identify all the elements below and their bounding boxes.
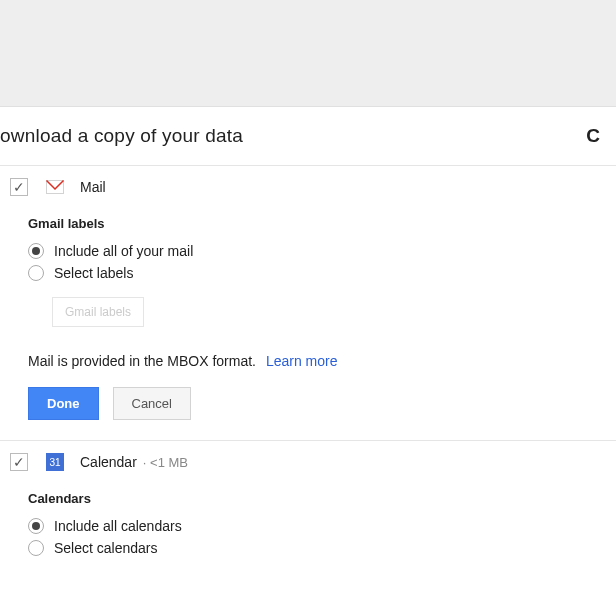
checkbox-mail[interactable]: ✓ [10, 178, 28, 196]
calendar-icon: 31 [46, 453, 64, 471]
mail-subhead: Gmail labels [28, 216, 616, 231]
radio-label: Select calendars [54, 540, 158, 556]
section-calendar-header[interactable]: ✓ 31 Calendar · <1 MB [0, 441, 616, 483]
section-mail-header[interactable]: ✓ Mail [0, 166, 616, 208]
radio-label: Include all calendars [54, 518, 182, 534]
format-text: Mail is provided in the MBOX format. [28, 353, 256, 369]
radio-mail-include-all[interactable]: Include all of your mail [28, 243, 616, 259]
section-mail-name: Mail [80, 179, 106, 195]
gmail-labels-button: Gmail labels [52, 297, 144, 327]
section-calendar: ✓ 31 Calendar · <1 MB Calendars Include … [0, 441, 616, 582]
section-mail: ✓ Mail Gmail labels Include all of your … [0, 166, 616, 441]
radio-icon [28, 265, 44, 281]
calendar-subhead: Calendars [28, 491, 616, 506]
mail-icon [46, 178, 64, 196]
checkbox-calendar[interactable]: ✓ [10, 453, 28, 471]
svg-text:31: 31 [49, 457, 61, 468]
section-calendar-body: Calendars Include all calendars Select c… [0, 491, 616, 582]
partial-text-right: C [586, 125, 610, 147]
header-gray-area [0, 0, 616, 107]
radio-calendar-select[interactable]: Select calendars [28, 540, 616, 556]
cancel-button[interactable]: Cancel [113, 387, 191, 420]
radio-label: Select labels [54, 265, 133, 281]
mail-format-line: Mail is provided in the MBOX format. Lea… [28, 353, 616, 369]
checkmark-icon: ✓ [13, 180, 25, 194]
section-calendar-name: Calendar [80, 454, 137, 470]
done-button[interactable]: Done [28, 387, 99, 420]
checkmark-icon: ✓ [13, 455, 25, 469]
section-mail-body: Gmail labels Include all of your mail Se… [0, 216, 616, 440]
learn-more-link[interactable]: Learn more [266, 353, 338, 369]
section-calendar-meta: · <1 MB [143, 455, 188, 470]
radio-label: Include all of your mail [54, 243, 193, 259]
title-bar: ownload a copy of your data C [0, 107, 616, 166]
radio-icon [28, 540, 44, 556]
page-title: ownload a copy of your data [0, 125, 243, 147]
radio-icon [28, 243, 44, 259]
radio-icon [28, 518, 44, 534]
radio-calendar-include-all[interactable]: Include all calendars [28, 518, 616, 534]
mail-button-row: Done Cancel [28, 387, 616, 420]
radio-mail-select-labels[interactable]: Select labels [28, 265, 616, 281]
